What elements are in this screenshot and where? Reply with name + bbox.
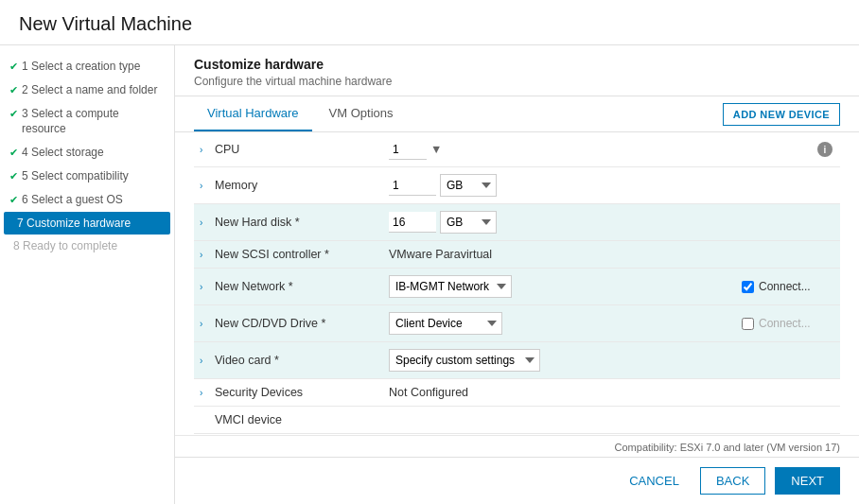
- hw-row-value-video-card: Specify custom settings: [383, 342, 736, 379]
- sidebar-label: 2 Select a name and folder: [22, 82, 157, 98]
- video-select[interactable]: Specify custom settings: [389, 349, 540, 372]
- hw-label: Memory: [215, 179, 257, 192]
- hw-row-action-vmci: [736, 407, 840, 434]
- sidebar-item-step1[interactable]: ✔1 Select a creation type: [0, 55, 174, 78]
- hw-unit-select[interactable]: GB: [440, 174, 497, 197]
- sidebar-label: 3 Select a compute resource: [22, 106, 165, 138]
- hw-row-action-cd-dvd: Connect...: [736, 305, 840, 342]
- connect-label: Connect...: [759, 317, 811, 330]
- hw-row-label-cpu: ›CPU: [194, 132, 383, 167]
- check-icon: ✔: [9, 107, 18, 121]
- cancel-button[interactable]: CANCEL: [618, 468, 691, 494]
- hw-row-action-video-card: [736, 342, 840, 379]
- footer: CANCEL BACK NEXT: [175, 457, 859, 504]
- chevron-icon[interactable]: ›: [200, 388, 211, 399]
- hw-label: New SCSI controller *: [215, 248, 329, 261]
- hw-text-value: Not Configured: [389, 386, 468, 399]
- hw-row-label-scsi: ›New SCSI controller *: [194, 241, 383, 269]
- hw-row-label-hard-disk: ›New Hard disk *: [194, 204, 383, 241]
- hardware-row-memory: ›Memory GB: [194, 167, 840, 204]
- hw-row-label-vmci: VMCI device: [194, 407, 383, 434]
- check-icon: ✔: [9, 83, 18, 97]
- connect-checkbox[interactable]: [742, 318, 754, 330]
- connect-checkbox[interactable]: [742, 281, 754, 293]
- chevron-icon[interactable]: ›: [200, 250, 211, 261]
- hw-row-value-security: Not Configured: [383, 379, 736, 407]
- cpu-input[interactable]: [389, 139, 427, 160]
- hardware-row-vmci: VMCI device: [194, 407, 840, 434]
- chevron-icon[interactable]: ›: [200, 319, 211, 330]
- hw-row-action-cpu: i: [736, 132, 840, 167]
- hw-label: CPU: [215, 143, 239, 156]
- check-icon: ✔: [9, 146, 18, 160]
- hw-row-value-vmci: [383, 407, 736, 434]
- sidebar-item-step3[interactable]: ✔3 Select a compute resource: [0, 102, 174, 142]
- connect-checkbox-group: Connect...: [742, 280, 833, 293]
- hw-row-label-network: ›New Network *: [194, 269, 383, 305]
- connect-label: Connect...: [759, 280, 811, 293]
- hw-unit-select[interactable]: GB: [440, 211, 497, 234]
- hw-row-value-memory: GB: [383, 167, 736, 204]
- check-icon: ✔: [9, 60, 18, 74]
- chevron-icon[interactable]: ›: [200, 181, 211, 192]
- next-button[interactable]: NEXT: [775, 467, 840, 495]
- hw-row-action-memory: [736, 167, 840, 204]
- hw-row-action-scsi: [736, 241, 840, 269]
- hw-value-input[interactable]: [389, 212, 436, 233]
- sidebar-item-step2[interactable]: ✔2 Select a name and folder: [0, 78, 174, 102]
- chevron-icon[interactable]: ›: [200, 356, 211, 367]
- hw-row-action-network: Connect...: [736, 269, 840, 305]
- chevron-icon[interactable]: ›: [200, 217, 211, 229]
- hw-label: New Hard disk *: [215, 216, 300, 229]
- sidebar-item-step5[interactable]: ✔5 Select compatibility: [0, 165, 174, 188]
- hw-text-value: VMware Paravirtual: [389, 248, 492, 261]
- sidebar-label: 6 Select a guest OS: [22, 192, 123, 208]
- sidebar-item-step6[interactable]: ✔6 Select a guest OS: [0, 188, 174, 212]
- sidebar-item-step7[interactable]: 7 Customize hardware: [4, 212, 170, 235]
- hw-row-action-security: [736, 379, 840, 407]
- sidebar-label: 1 Select a creation type: [22, 59, 140, 75]
- tab-vm-options[interactable]: VM Options: [316, 96, 407, 131]
- hardware-row-cd-dvd: ›New CD/DVD Drive *Client Device Connect…: [194, 305, 840, 342]
- sidebar-label: 4 Select storage: [22, 145, 104, 161]
- panel-header: Customize hardware Configure the virtual…: [175, 45, 859, 96]
- hw-row-label-video-card: ›Video card *: [194, 342, 383, 379]
- hardware-row-security: ›Security DevicesNot Configured: [194, 379, 840, 407]
- cd-select[interactable]: Client Device: [389, 312, 502, 335]
- panel-desc: Configure the virtual machine hardware: [194, 75, 840, 88]
- hw-row-value-cpu: ▼: [383, 132, 736, 167]
- hardware-row-scsi: ›New SCSI controller *VMware Paravirtual: [194, 241, 840, 269]
- page-title: New Virtual Machine: [0, 0, 859, 45]
- tab-virtual-hardware[interactable]: Virtual Hardware: [194, 96, 312, 131]
- hw-row-value-hard-disk: GB: [383, 204, 736, 241]
- sidebar-label: 7 Customize hardware: [17, 216, 131, 232]
- panel-title: Customize hardware: [194, 57, 840, 72]
- sidebar-item-step4[interactable]: ✔4 Select storage: [0, 141, 174, 165]
- sidebar-item-step8: 8 Ready to complete: [0, 235, 174, 258]
- hardware-row-cpu: ›CPU ▼i: [194, 132, 840, 167]
- hw-label: Video card *: [215, 354, 279, 367]
- hardware-table: ›CPU ▼i›Memory GB›New Hard disk * GB›New…: [194, 132, 840, 435]
- check-icon: ✔: [9, 169, 18, 183]
- sidebar-label: 8 Ready to complete: [13, 238, 117, 254]
- hw-row-value-cd-dvd: Client Device: [383, 305, 736, 342]
- hw-value-input[interactable]: [389, 175, 436, 196]
- add-device-button[interactable]: ADD NEW DEVICE: [723, 103, 840, 126]
- hw-row-value-scsi: VMware Paravirtual: [383, 241, 736, 269]
- tabs-bar: Virtual HardwareVM Options ADD NEW DEVIC…: [175, 96, 859, 132]
- chevron-icon[interactable]: ›: [200, 282, 211, 293]
- network-select[interactable]: IB-MGMT Network: [389, 275, 512, 298]
- hw-row-value-network: IB-MGMT Network: [383, 269, 736, 305]
- hw-label: Security Devices: [215, 386, 303, 399]
- back-button[interactable]: BACK: [700, 467, 765, 495]
- sidebar: ✔1 Select a creation type✔2 Select a nam…: [0, 45, 175, 504]
- hw-label: New Network *: [215, 280, 293, 293]
- info-icon[interactable]: i: [817, 142, 833, 157]
- hw-row-label-cd-dvd: ›New CD/DVD Drive *: [194, 305, 383, 342]
- right-panel: Customize hardware Configure the virtual…: [175, 45, 859, 504]
- sidebar-label: 5 Select compatibility: [22, 168, 129, 184]
- hw-label: VMCI device: [215, 413, 282, 426]
- chevron-icon[interactable]: ›: [200, 145, 211, 156]
- hw-row-action-hard-disk: [736, 204, 840, 241]
- dropdown-arrow[interactable]: ▼: [430, 143, 442, 156]
